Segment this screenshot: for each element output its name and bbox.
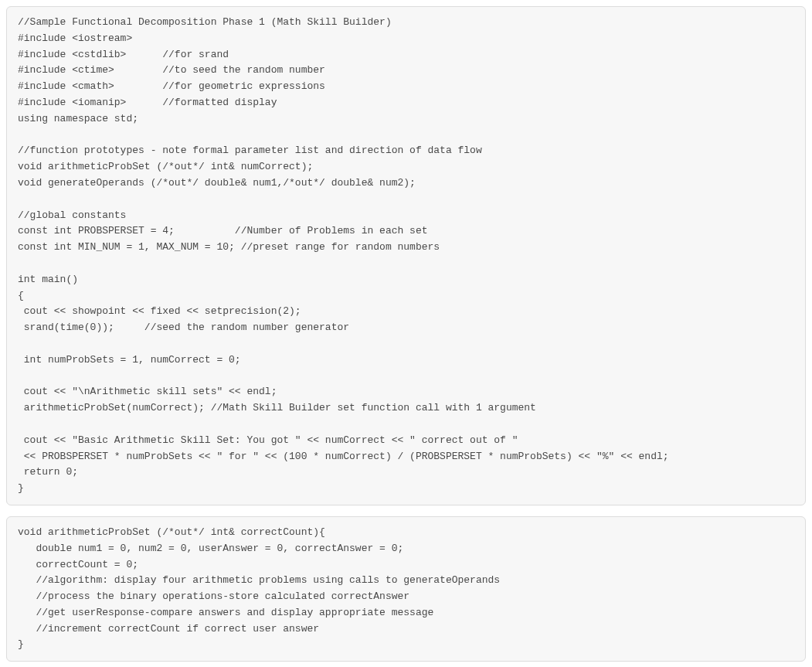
code-block-main: //Sample Functional Decomposition Phase … — [6, 6, 806, 505]
code-block-arithmetic: void arithmeticProbSet (/*out*/ int& cor… — [6, 516, 806, 662]
